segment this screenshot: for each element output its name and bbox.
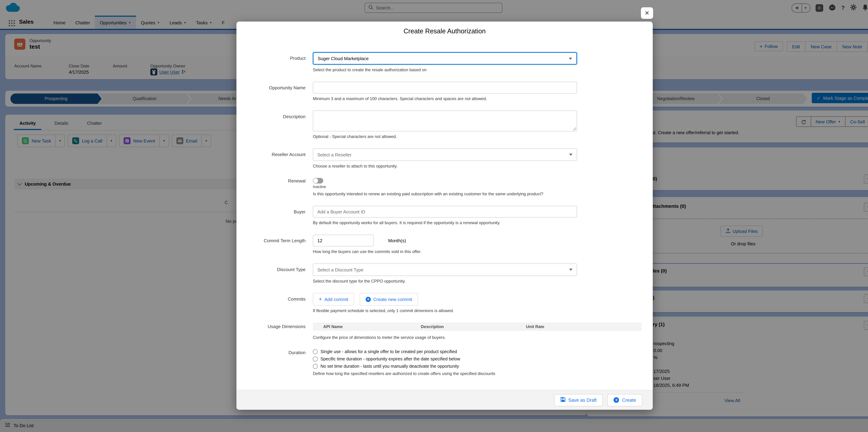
usage-dimensions-table-header: API Name Description Unit Rate: [313, 322, 642, 331]
field-row-duration: Duration Single use - allows for a singl…: [237, 349, 653, 376]
product-select[interactable]: Suger Cloud Marketplace: [313, 52, 577, 65]
save-as-draft-button[interactable]: Save as Draft: [554, 394, 603, 406]
modal-title: Create Resale Authorization: [237, 22, 653, 41]
resize-handle-icon[interactable]: [572, 127, 576, 130]
field-row-opportunity-name: Opportunity Name Minimum 3 and a maximum…: [237, 82, 653, 102]
chevron-down-icon: [569, 58, 572, 60]
field-label: Usage Dimensions: [237, 322, 306, 340]
create-resale-authorization-modal: Create Resale Authorization Product Suge…: [237, 22, 653, 410]
field-label: Buyer: [237, 206, 306, 226]
field-row-product: Product Suger Cloud Marketplace Select t…: [237, 52, 653, 73]
field-row-usage-dimensions: Usage Dimensions API Name Description Un…: [237, 322, 653, 340]
field-label: Reseller Account: [237, 148, 306, 169]
duration-option-specific-time[interactable]: Specific time duration - opportunity exp…: [313, 356, 642, 362]
add-commit-button[interactable]: + Add commit: [313, 293, 354, 306]
field-label: Duration: [237, 349, 306, 376]
term-unit-label: Month(s): [388, 238, 406, 243]
description-textarea[interactable]: [313, 111, 577, 132]
modal-footer: Save as Draft + Create: [237, 390, 653, 410]
toggle-knob: [313, 178, 318, 183]
column-unit-rate: Unit Rate: [526, 324, 642, 329]
field-help: How long the buyers can use the commits …: [313, 249, 577, 254]
modal-close-button[interactable]: ×: [641, 7, 653, 19]
chevron-down-icon: [569, 269, 572, 271]
duration-option-no-set-time[interactable]: No set time duration - lasts until you m…: [313, 364, 642, 369]
field-row-commit-term: Commit Term Length Month(s) How long the…: [237, 235, 653, 254]
field-row-description: Description Optional - Special character…: [237, 111, 653, 139]
field-help: By default the opportunity works for all…: [313, 220, 577, 226]
field-help: Is this opportunity intended to renew an…: [313, 192, 577, 197]
field-label: Product: [237, 52, 306, 73]
field-label: Description: [237, 111, 306, 139]
reseller-select[interactable]: Select a Reseller: [313, 148, 577, 161]
field-help: Configure the price of dimenstions to me…: [313, 335, 642, 340]
plus-circle-icon: +: [366, 297, 371, 302]
field-help: Define how long the specified resellers …: [313, 371, 642, 376]
field-row-commits: Commits + Add commit + Create new commit…: [237, 293, 653, 314]
field-help: If flexible payment schedule is selected…: [313, 308, 577, 314]
close-icon: ×: [645, 9, 649, 17]
save-icon: [560, 397, 565, 403]
opportunity-name-input[interactable]: [313, 82, 577, 93]
toggle-state-label: Inactive: [313, 184, 577, 189]
chevron-down-icon: [569, 154, 572, 156]
renewal-toggle[interactable]: [313, 178, 323, 183]
field-row-buyer: Buyer By default the opportunity works f…: [237, 206, 653, 226]
plus-icon: +: [319, 296, 322, 303]
radio-icon[interactable]: [313, 349, 318, 354]
field-label: Renewal: [237, 178, 306, 197]
buyer-input[interactable]: [313, 206, 577, 218]
field-label: Commits: [237, 293, 306, 314]
modal-body: Product Suger Cloud Marketplace Select t…: [237, 41, 653, 390]
field-label: Commit Term Length: [237, 235, 306, 254]
create-new-commit-button[interactable]: + Create new commit: [360, 293, 418, 306]
field-label: Opportunity Name: [237, 82, 306, 102]
field-help: Select the discount type for the CPPO op…: [313, 279, 577, 284]
duration-option-single-use[interactable]: Single use - allows for a single offer t…: [313, 349, 642, 354]
field-help: Optional - Special characters are not al…: [313, 134, 577, 139]
field-row-renewal: Renewal Inactive Is this opportunity int…: [237, 178, 653, 197]
screen: Search... ★ ▼ + ?: [0, 0, 868, 432]
radio-icon[interactable]: [313, 364, 318, 369]
column-description: Description: [421, 324, 526, 329]
discount-type-select[interactable]: Select a Discount Type: [313, 263, 577, 276]
radio-icon[interactable]: [313, 356, 318, 362]
field-label: Discount Type: [237, 263, 306, 284]
commit-term-input[interactable]: [313, 235, 374, 247]
field-help: Minimum 3 and a maximum of 100 character…: [313, 96, 577, 102]
field-row-reseller: Reseller Account Select a Reseller Choos…: [237, 148, 653, 169]
field-row-discount-type: Discount Type Select a Discount Type Sel…: [237, 263, 653, 284]
field-help: Choose a reseller to attach to this oppo…: [313, 164, 577, 169]
field-help: Select the product to create the resale …: [313, 67, 577, 73]
column-api-name: API Name: [313, 324, 421, 329]
plus-circle-icon: +: [614, 397, 619, 403]
create-button[interactable]: + Create: [608, 394, 642, 406]
